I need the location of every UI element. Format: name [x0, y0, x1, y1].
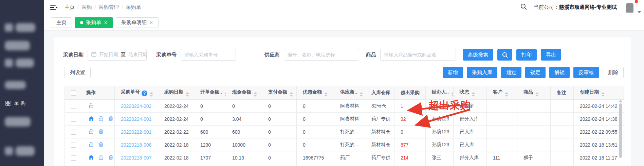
trash-icon[interactable] [98, 129, 104, 135]
collapse-menu-icon[interactable] [50, 4, 58, 11]
unlock-button[interactable]: 解锁 [549, 67, 570, 78]
close-icon[interactable]: ✕ [149, 20, 153, 25]
lock-icon[interactable] [88, 129, 94, 135]
sort-icon[interactable] [186, 92, 189, 97]
sort-icon[interactable] [535, 92, 539, 97]
sort-icon[interactable] [324, 92, 328, 97]
lock-icon[interactable] [88, 142, 94, 148]
column-header-handler[interactable]: 经办人.. [426, 86, 454, 100]
delete-button[interactable]: 删除 [603, 67, 624, 78]
add-button[interactable]: 新增 [443, 67, 463, 78]
sort-icon[interactable] [472, 92, 475, 97]
trash-icon[interactable] [108, 154, 114, 161]
redacted-menu-item[interactable] [5, 23, 35, 32]
scrollbar-thumb[interactable] [619, 103, 622, 158]
order-link[interactable]: 20220218-008 [121, 142, 151, 148]
cell-date: 2022-02-18 [158, 138, 194, 151]
table-row[interactable]: 20220224-0022022-02-240000阿喜材料82号仓1孙膑123… [65, 100, 624, 113]
sort-icon[interactable] [254, 92, 257, 97]
row-checkbox[interactable] [71, 104, 76, 109]
row-checkbox[interactable] [71, 155, 76, 161]
sort-icon[interactable] [224, 92, 226, 97]
close-icon[interactable]: ✕ [104, 20, 108, 25]
column-header-cash_amt[interactable]: 现金金额 [226, 86, 262, 100]
help-icon[interactable]: ? [142, 90, 147, 96]
row-checkbox[interactable] [71, 143, 76, 148]
order-link[interactable]: 20220222-001 [121, 129, 151, 135]
purchase-stock-in-button[interactable]: 采购入库 [467, 67, 497, 78]
sort-icon[interactable] [290, 92, 293, 97]
search-icon[interactable] [520, 3, 527, 11]
table-row[interactable]: 20220224-0012022-02-2403.0400阿喜材料药厂专供92孙… [65, 113, 624, 126]
approve-button[interactable]: 通过 [501, 67, 521, 78]
row-checkbox[interactable] [71, 130, 76, 135]
reverse-audit-button[interactable]: 反审核 [573, 67, 599, 78]
breadcrumb-item[interactable]: 主页 [65, 4, 75, 11]
search-button[interactable] [497, 49, 512, 61]
column-header-status[interactable]: 状态 [454, 86, 487, 100]
tab-主页[interactable]: 主页 [51, 17, 72, 28]
cell-warehouse: 新材料仓 [365, 138, 394, 151]
lock-button[interactable]: 锁定 [525, 67, 546, 78]
row-checkbox[interactable] [71, 117, 76, 122]
table-row[interactable]: 20220222-0012022-02-2260060000打死的...新材料仓… [65, 126, 624, 138]
column-header-discount_amt[interactable]: 优惠金额 [297, 86, 334, 100]
cell-ops [80, 126, 115, 138]
column-header-customer[interactable]: 客户 [487, 86, 517, 100]
order-link[interactable]: 20220218-007 [121, 155, 151, 161]
order-link[interactable]: 20220224-002 [121, 103, 151, 109]
column-header-pay_amt[interactable]: 支付金额 [262, 86, 297, 100]
home-icon[interactable] [88, 154, 94, 161]
cell-cash_amt: 10000 [226, 138, 262, 151]
supplier-input[interactable] [284, 49, 359, 61]
print-button[interactable]: 打印 [516, 49, 537, 61]
column-header-created[interactable]: 创建日期 [574, 86, 624, 100]
order-no-input[interactable] [181, 49, 236, 61]
sort-icon[interactable] [601, 92, 605, 97]
unlock-icon[interactable] [88, 103, 94, 110]
vertical-scrollbar[interactable] [619, 99, 623, 166]
lock-icon[interactable] [98, 154, 104, 161]
select-all-checkbox[interactable] [71, 90, 76, 96]
tab-采购单[interactable]: 采购单✕ [75, 17, 113, 28]
home-icon[interactable] [88, 116, 94, 122]
table-row[interactable]: 20220218-0072022-02-18170710.13016967775… [65, 151, 624, 164]
export-button[interactable]: 导出 [541, 49, 561, 61]
column-header-product[interactable]: 商品 [517, 86, 551, 100]
column-settings-button[interactable]: 列设置 [65, 67, 91, 78]
sort-icon[interactable] [150, 92, 153, 97]
sort-icon[interactable] [451, 92, 454, 97]
advanced-search-button[interactable]: 高级搜索 [463, 49, 493, 61]
trash-icon[interactable] [108, 116, 114, 122]
column-label: 入库仓库 [371, 90, 390, 95]
calendar-icon [91, 52, 96, 58]
chevron-down-icon[interactable] [638, 11, 641, 13]
column-header-remark: 备注 [551, 86, 574, 100]
redacted-menu-item[interactable] [5, 117, 31, 127]
cell-customer [487, 113, 517, 126]
user-menu[interactable] [624, 1, 637, 14]
breadcrumb-item[interactable]: 采购管理 [98, 4, 119, 11]
table-row[interactable]: 20220218-0082022-02-1812301000000打死的...新… [65, 138, 624, 151]
redacted-menu-item[interactable] [5, 59, 34, 67]
breadcrumb-item[interactable]: 采购 [81, 4, 92, 11]
date-range-input[interactable]: 开始日期 至 结束日期 [88, 49, 147, 61]
redacted-menu-item[interactable] [5, 81, 26, 89]
column-header-supplier[interactable]: 供应商.. [334, 86, 365, 100]
cell-ops [80, 100, 115, 113]
product-input[interactable] [380, 49, 456, 61]
column-header-open_amt[interactable]: 开单金额.. [194, 86, 226, 100]
trash-icon[interactable] [98, 142, 104, 148]
breadcrumb-item[interactable]: 采购单 [126, 4, 141, 11]
scroll-up-icon[interactable] [619, 100, 622, 102]
sort-icon[interactable] [360, 92, 363, 97]
column-header-order_no[interactable]: 采购单号? [115, 86, 158, 100]
sort-icon[interactable] [505, 92, 508, 97]
tab-采购单明细[interactable]: 采购单明细✕ [116, 17, 159, 28]
sidebar-item-purchase[interactable]: 采 购 [5, 100, 25, 106]
order-link[interactable]: 20220224-001 [121, 116, 151, 122]
redacted-menu-item[interactable] [5, 146, 35, 156]
column-header-date[interactable]: 采购日期 [158, 86, 194, 100]
redacted-menu-item[interactable] [5, 41, 30, 50]
lock-icon[interactable] [98, 116, 104, 122]
